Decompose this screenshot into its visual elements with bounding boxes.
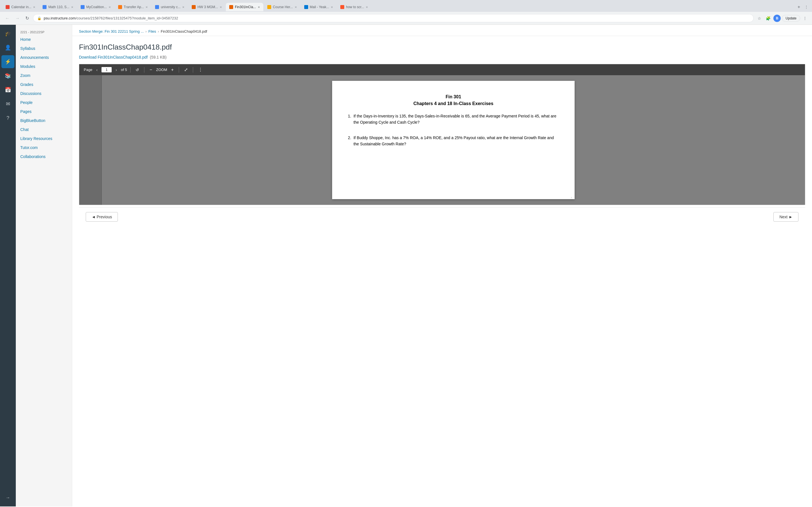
breadcrumb-files-link[interactable]: Files (148, 29, 156, 34)
global-nav-help[interactable]: ? (1, 112, 14, 124)
pdf-page-control: Page ‹ › of 5 (84, 67, 127, 73)
sidebar-item-zoom[interactable]: Zoom (16, 71, 72, 80)
global-nav-account[interactable]: 👤 (1, 41, 14, 54)
tab-label-howto: how to scr... (346, 5, 364, 9)
pdf-divider-3 (179, 67, 179, 73)
tab-label-hw3: HW 3 MGM... (197, 5, 218, 9)
tab-fin301[interactable]: Fin301InCla... ✕ (226, 3, 263, 11)
forward-button[interactable]: → (13, 15, 21, 22)
breadcrumb-separator-2: › (158, 29, 159, 34)
dashboard-icon: ⚡ (5, 59, 11, 65)
tab-close-math110[interactable]: ✕ (71, 6, 73, 9)
global-nav-courses[interactable]: 📚 (1, 69, 14, 82)
bottom-nav: ◄ Previous Next ► (79, 207, 805, 226)
sidebar-item-announcements[interactable]: Announcements (16, 53, 72, 62)
sidebar-item-chat[interactable]: Chat (16, 125, 72, 134)
psu-logo-icon: 🎓 (5, 31, 11, 37)
menu-button[interactable]: ⋮ (801, 15, 809, 22)
pdf-question-text-2: 2. If Buddy Shoppe, Inc. has a 7% ROA, a… (348, 135, 559, 147)
pdf-zoom-out-button[interactable]: − (148, 67, 154, 73)
pdf-page-input[interactable] (101, 67, 112, 72)
pdf-question-num-2: 2. (348, 135, 351, 147)
bookmark-button[interactable]: ☆ (756, 15, 763, 22)
tab-close-howto[interactable]: ✕ (366, 6, 368, 9)
inbox-icon: ✉ (6, 101, 10, 107)
sidebar-item-home[interactable]: Home (16, 35, 72, 44)
main-content: Section Merge: Fin 301 22211 Spring ... … (72, 25, 812, 506)
global-nav-inbox[interactable]: ✉ (1, 98, 14, 110)
file-size: (59.1 KB) (150, 55, 167, 59)
tab-howto[interactable]: how to scr... ✕ (337, 3, 371, 11)
url-display: psu.instructure.com/courses/2158762/file… (44, 16, 178, 20)
sidebar-item-grades[interactable]: Grades (16, 80, 72, 89)
pdf-viewer-container: Page ‹ › of 5 ↺ − ZOOM + (79, 64, 805, 205)
global-nav-dashboard[interactable]: ⚡ (1, 55, 14, 68)
file-view: Fin301InClassChap0418.pdf Download Fin30… (72, 36, 812, 233)
sidebar-item-pages[interactable]: Pages (16, 107, 72, 116)
sidebar-item-syllabus[interactable]: Syllabus (16, 44, 72, 53)
tab-label-calendar: Calendar in... (11, 5, 31, 9)
sidebar-item-library_resources[interactable]: Library Resources (16, 134, 72, 143)
pdf-prev-page-button[interactable]: ‹ (94, 67, 99, 73)
pdf-questions: 1. If the Days-in-Inventory is 135, the … (348, 113, 559, 147)
download-link[interactable]: Download Fin301InClassChap0418.pdf (79, 55, 148, 59)
tab-close-coalition[interactable]: ✕ (109, 6, 111, 9)
tab-mail[interactable]: Mail - Yeak... ✕ (301, 3, 337, 11)
tab-label-fin301: Fin301InCla... (235, 5, 256, 9)
new-tab-button[interactable]: + (795, 2, 802, 12)
tab-close-university[interactable]: ✕ (182, 6, 185, 9)
previous-button[interactable]: ◄ Previous (86, 212, 118, 222)
pdf-divider-4 (193, 67, 193, 73)
tab-math110[interactable]: Math 110, S... ✕ (39, 3, 77, 11)
pdf-options-button[interactable]: ⋮ (197, 66, 204, 73)
sidebar-item-collaborations[interactable]: Collaborations (16, 152, 72, 161)
pdf-rotate-button[interactable]: ↺ (134, 67, 141, 73)
tab-calendar[interactable]: Calendar in... ✕ (2, 3, 39, 11)
sidebar-item-people[interactable]: People (16, 98, 72, 107)
extension-button[interactable]: 🧩 (764, 15, 772, 22)
next-button[interactable]: Next ► (773, 212, 799, 222)
breadcrumb-current: Fin301InClassChap0418.pdf (161, 29, 207, 34)
sidebar-item-discussions[interactable]: Discussions (16, 89, 72, 98)
tab-transfer[interactable]: Transfer Ap... ✕ (115, 3, 151, 11)
tab-close-hw3[interactable]: ✕ (220, 6, 222, 9)
tab-menu-button[interactable]: ⋮ (803, 4, 810, 10)
tab-close-calendar[interactable]: ✕ (33, 6, 35, 9)
browser-toolbar: ← → ↻ 🔒 psu.instructure.com/courses/2158… (0, 12, 812, 24)
sidebar-item-tutor[interactable]: Tutor.com (16, 143, 72, 152)
tab-close-courseher[interactable]: ✕ (295, 6, 297, 9)
toolbar-actions: ☆ 🧩 B Update ⋮ (756, 15, 809, 22)
pdf-question-1: 1. If the Days-in-Inventory is 135, the … (348, 113, 559, 126)
pdf-zoom-in-button[interactable]: + (169, 67, 175, 73)
sidebar-nav: HomeSyllabusAnnouncementsModulesZoomGrad… (16, 35, 72, 161)
address-bar[interactable]: 🔒 psu.instructure.com/courses/2158762/fi… (33, 14, 754, 22)
pdf-next-page-button[interactable]: › (114, 67, 119, 73)
tab-university[interactable]: university c... ✕ (152, 3, 188, 11)
canvas-layout: 🎓 👤 ⚡ 📚 📅 ✉ ? → 2221 - 202122SP HomeSyll… (0, 25, 812, 506)
sidebar-item-modules[interactable]: Modules (16, 62, 72, 71)
breadcrumb-course-link[interactable]: Section Merge: Fin 301 22211 Spring ... (79, 29, 144, 34)
tab-favicon-mail (304, 5, 308, 9)
profile-button[interactable]: B (773, 15, 781, 22)
tab-close-transfer[interactable]: ✕ (146, 6, 148, 9)
global-nav-logo[interactable]: 🎓 (1, 27, 14, 40)
global-nav-calendar[interactable]: 📅 (1, 83, 14, 96)
global-nav-collapse-button[interactable]: → (1, 491, 14, 504)
pdf-fullscreen-button[interactable]: ⤢ (183, 66, 190, 73)
tab-bar: Calendar in... ✕ Math 110, S... ✕ MyCoal… (0, 0, 812, 12)
pdf-page: Fin 301 Chapters 4 and 18 In-Class Exerc… (332, 81, 574, 199)
zoom-label: ZOOM (156, 68, 167, 72)
tab-close-fin301[interactable]: ✕ (258, 6, 260, 9)
tab-favicon-transfer (118, 5, 122, 9)
update-button[interactable]: Update (782, 15, 800, 22)
tab-hw3[interactable]: HW 3 MGM... ✕ (188, 3, 225, 11)
account-icon: 👤 (5, 45, 11, 51)
reload-button[interactable]: ↻ (24, 14, 31, 22)
sidebar-item-bigbluebutton[interactable]: BigBlueButton (16, 116, 72, 125)
tab-courseher[interactable]: Course Her... ✕ (264, 3, 300, 11)
tab-favicon-calendar (6, 5, 10, 9)
back-button[interactable]: ← (3, 15, 11, 22)
pdf-resize-handle[interactable]: ⌟ (571, 195, 574, 199)
tab-close-mail[interactable]: ✕ (331, 6, 333, 9)
tab-coalition[interactable]: MyCoalition... ✕ (77, 3, 114, 11)
